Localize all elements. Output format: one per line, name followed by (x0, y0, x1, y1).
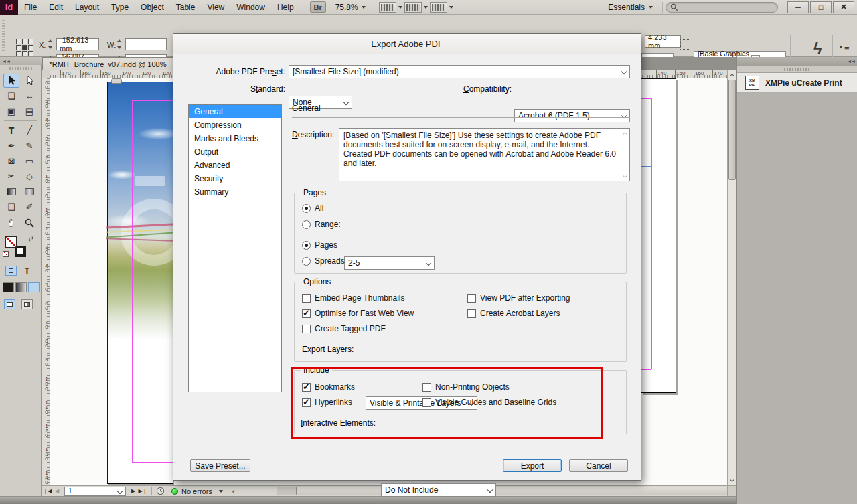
note-tool[interactable]: ❑ (3, 200, 19, 214)
previous-page-button[interactable]: ◀ (52, 488, 62, 494)
apply-none-button[interactable] (28, 282, 40, 292)
scroll-up-button[interactable] (728, 70, 736, 79)
pen-tool[interactable]: ✒ (3, 139, 19, 153)
content-placer-tool[interactable]: ▤ (21, 104, 37, 118)
tools-gripper[interactable] (9, 67, 32, 70)
interactive-elements-dropdown[interactable]: Do Not Include (381, 483, 496, 497)
acrobat-layers-checkbox[interactable] (467, 309, 476, 318)
all-radio[interactable] (302, 204, 311, 213)
direct-selection-tool[interactable] (21, 74, 37, 88)
panel-menu-button[interactable]: ≡ (839, 41, 850, 52)
optimise-checkbox[interactable] (302, 309, 311, 318)
right-dock-gripper[interactable] (737, 66, 857, 73)
menu-file[interactable]: File (18, 0, 43, 15)
section-compression[interactable]: Compression (189, 118, 281, 132)
w-stepper[interactable] (117, 38, 123, 50)
embed-thumbnails-checkbox[interactable] (302, 294, 311, 303)
vertical-ruler[interactable]: 60 50 40 30 20 10 0 10 20 30 40 50 60 70… (42, 78, 50, 485)
tagged-pdf-checkbox[interactable] (302, 325, 311, 333)
screen-mode-dropdown[interactable] (402, 2, 428, 13)
vertical-scrollbar[interactable] (727, 70, 736, 485)
menu-view[interactable]: View (201, 0, 230, 15)
menu-table[interactable]: Table (170, 0, 202, 15)
search-input[interactable] (666, 2, 778, 13)
w-field[interactable] (125, 38, 167, 50)
section-summary[interactable]: Summary (189, 185, 281, 199)
preflight-icon[interactable] (156, 487, 165, 495)
xmpie-panel-item[interactable]: XM PIE XMPie uCreate Print (737, 73, 857, 93)
formatting-affects-text-button[interactable]: T (21, 266, 33, 276)
chevron-down-icon[interactable] (219, 490, 223, 493)
menu-object[interactable]: Object (135, 0, 170, 15)
menu-help[interactable]: Help (271, 0, 300, 15)
scroll-down-button[interactable] (728, 476, 736, 485)
fill-proxy[interactable] (5, 236, 17, 248)
last-page-button[interactable]: ▶❘ (138, 488, 147, 494)
cancel-button[interactable]: Cancel (569, 459, 628, 472)
view-pdf-checkbox[interactable] (467, 294, 476, 303)
dialog-title-bar[interactable]: Export Adobe PDF (173, 34, 641, 54)
default-fill-stroke-icon[interactable] (3, 251, 9, 257)
vertical-scroll-thumb[interactable] (728, 80, 736, 180)
page-number-dropdown[interactable]: 1 (64, 487, 126, 496)
corner-radius-field[interactable]: 4.233 mm (645, 35, 681, 48)
quick-apply-lightning-icon[interactable]: ϟ (813, 39, 822, 59)
bookmarks-checkbox[interactable] (302, 383, 311, 392)
hyperlinks-checkbox[interactable] (302, 398, 311, 407)
close-button[interactable]: ✕ (833, 1, 854, 13)
rectangle-tool[interactable]: ▭ (21, 154, 37, 168)
ruler-origin-corner[interactable] (42, 70, 50, 78)
zoom-level-dropdown[interactable]: 75.8% (330, 3, 371, 12)
frame-tool[interactable]: ⊠ (3, 154, 19, 168)
line-tool[interactable]: ╱ (21, 123, 37, 137)
reference-point-proxy[interactable] (16, 39, 33, 56)
type-tool[interactable]: T (3, 123, 19, 137)
gradient-feather-tool[interactable] (21, 185, 37, 199)
maximize-button[interactable]: □ (810, 1, 832, 13)
description-box[interactable]: [Based on '[Smallest File Size]'] Use th… (339, 128, 630, 181)
gap-tool[interactable]: ↔ (21, 89, 37, 103)
hand-tool[interactable] (3, 216, 19, 230)
view-options-dropdown[interactable] (377, 2, 402, 13)
non-printing-checkbox[interactable] (422, 383, 431, 392)
normal-view-mode-button[interactable] (4, 299, 15, 309)
range-dropdown[interactable]: 2-5 (344, 256, 435, 270)
tools-dock-header[interactable]: ◄◄ (0, 57, 42, 65)
arrange-documents-dropdown[interactable] (428, 2, 453, 13)
apply-gradient-button[interactable] (15, 282, 27, 292)
eyedropper-tool[interactable]: ✐ (21, 200, 37, 214)
section-marks-and-bleeds[interactable]: Marks and Bleeds (189, 132, 281, 145)
page-tool[interactable]: ❏ (3, 89, 19, 103)
compatibility-dropdown[interactable]: Acrobat 6 (PDF 1.5) (514, 109, 630, 122)
menu-window[interactable]: Window (230, 0, 271, 15)
spreads-radio[interactable] (302, 257, 311, 266)
scissors-tool[interactable]: ✂ (3, 169, 19, 183)
visible-guides-checkbox[interactable] (422, 398, 431, 407)
swap-fill-stroke-icon[interactable]: ⇄ (28, 235, 33, 242)
panel-gripper[interactable] (2, 20, 5, 51)
first-page-button[interactable]: ❘◀ (43, 488, 52, 494)
section-general[interactable]: General (189, 105, 281, 118)
horizontal-scroll-thumb[interactable] (296, 487, 749, 495)
menu-layout[interactable]: Layout (69, 0, 105, 15)
bridge-button[interactable]: Br (310, 1, 326, 13)
next-page-button[interactable]: ▶ (129, 488, 138, 494)
pdf-preset-dropdown[interactable]: [Smallest File Size] (modified) (289, 65, 630, 78)
menu-edit[interactable]: Edit (43, 0, 69, 15)
free-transform-tool[interactable]: ◇ (21, 169, 37, 183)
gradient-swatch-tool[interactable] (3, 185, 19, 199)
pages-radio[interactable] (302, 241, 311, 250)
x-field[interactable]: -152.613 mm (56, 38, 99, 50)
collapse-status-button[interactable]: ‹ (232, 487, 235, 496)
workspace-switcher[interactable]: Essentials (601, 3, 659, 12)
minimize-button[interactable]: ─ (787, 1, 809, 13)
formatting-affects-container-button[interactable] (5, 266, 17, 276)
horizontal-scrollbar[interactable] (277, 487, 753, 495)
menu-type[interactable]: Type (105, 0, 135, 15)
selection-tool[interactable] (3, 74, 19, 88)
pencil-tool[interactable]: ✎ (21, 139, 37, 153)
save-preset-button[interactable]: Save Preset... (190, 459, 250, 472)
x-stepper[interactable] (48, 38, 54, 50)
zoom-tool[interactable] (21, 216, 37, 230)
document-tab[interactable]: *RMIT_Brochure_v07.indd @ 108% (42, 57, 173, 70)
